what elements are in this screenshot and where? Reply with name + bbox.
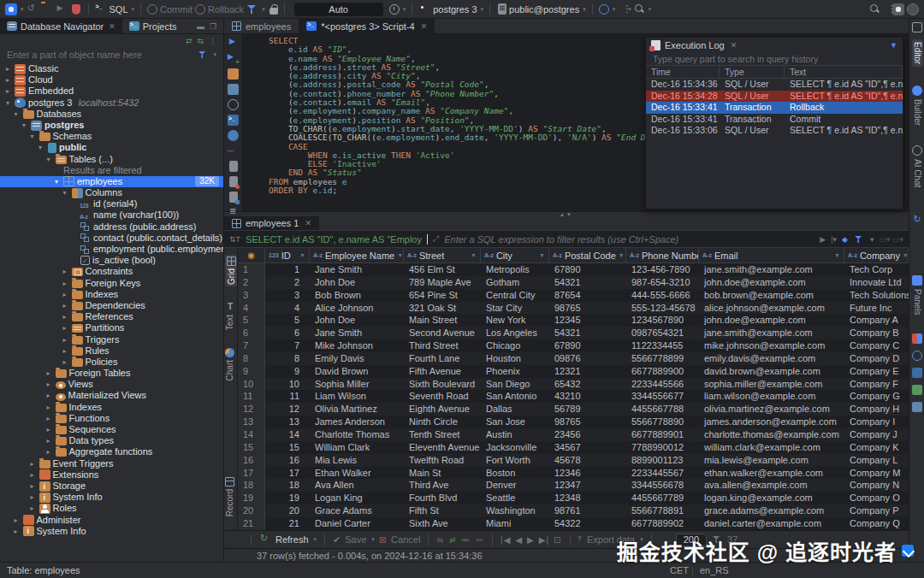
sort-filter-icon[interactable]: ▼: [834, 252, 840, 258]
structure-icon[interactable]: [228, 207, 239, 218]
table-cell[interactable]: Jacksonville: [481, 441, 549, 454]
table-cell[interactable]: Central City: [481, 289, 549, 302]
tree-item-roles[interactable]: ▸Roles: [0, 503, 223, 514]
table-cell[interactable]: Ninth Circle: [404, 416, 481, 428]
dock-tab-ai-chat[interactable]: AI Chat: [910, 145, 924, 187]
view-tab-text[interactable]: Text: [225, 303, 234, 330]
row-number[interactable]: 21: [238, 517, 265, 530]
row-selector-header[interactable]: ◉: [238, 248, 265, 262]
table-cell[interactable]: Company A: [844, 314, 909, 327]
table-cell[interactable]: 43210: [549, 390, 626, 403]
table-cell[interactable]: Company C: [844, 339, 909, 352]
tree-item-dependencies[interactable]: ▸Dependencies: [0, 300, 223, 311]
table-cell[interactable]: 13: [265, 416, 310, 428]
table-cell[interactable]: 12348: [549, 492, 626, 504]
table-cell[interactable]: 65432: [549, 378, 626, 391]
table-cell[interactable]: 1234567890: [626, 314, 699, 327]
filter-icon[interactable]: [246, 3, 258, 15]
table-row[interactable]: 1616Mia LewisTwelfth RoadFort Worth45678…: [238, 454, 909, 467]
expand-icon[interactable]: ⤢: [433, 234, 439, 244]
table-cell[interactable]: Bob Brown: [310, 289, 404, 302]
table-cell[interactable]: Sixth Ave: [404, 517, 481, 530]
log-search-input[interactable]: Type query part to search in query histo…: [646, 52, 903, 66]
tree-item-triggers[interactable]: ▸Triggers: [0, 334, 223, 345]
tab-script-4[interactable]: *<postgres 3> Script-4 ✕: [299, 19, 435, 34]
chevron-right-icon[interactable]: ▸: [28, 481, 37, 492]
table-cell[interactable]: Eleventh Avenue: [404, 441, 481, 454]
tree-item-event-triggers[interactable]: ▸Event Triggers: [0, 458, 223, 469]
duplicate-row-icon[interactable]: ≓: [449, 535, 457, 545]
table-cell[interactable]: olivia.martinez@example.com: [699, 403, 844, 416]
table-row[interactable]: 88Emily DavisFourth LaneHouston098765566…: [238, 352, 909, 365]
row-number[interactable]: 12: [238, 403, 265, 416]
chevron-down-icon[interactable]: ▾: [649, 6, 652, 13]
chevron-down-icon[interactable]: ▾: [132, 6, 135, 13]
dock-tab-panels[interactable]: Panels: [910, 275, 924, 316]
chevron-right-icon[interactable]: ▸: [44, 413, 53, 424]
table-cell[interactable]: 54321: [549, 327, 626, 339]
column-header-postal-code[interactable]: A-zPostal Code▼: [549, 248, 626, 262]
table-cell[interactable]: 11: [265, 390, 310, 403]
sort-filter-icon[interactable]: ▼: [539, 252, 545, 258]
table-cell[interactable]: 654 Pine St: [404, 289, 481, 302]
commit-button[interactable]: Commit: [160, 4, 192, 15]
row-number[interactable]: 5: [238, 314, 265, 327]
table-cell[interactable]: 12346: [549, 467, 626, 480]
cancel-button[interactable]: Cancel: [391, 534, 420, 545]
row-number[interactable]: 20: [238, 504, 265, 517]
table-cell[interactable]: Seattle: [481, 492, 549, 504]
prev-page-icon[interactable]: ◀: [515, 535, 523, 545]
tree-item-contact-public-contact-details-[interactable]: contact (public.contact_details): [0, 233, 223, 244]
table-row[interactable]: 1919Logan KingFourth BlvdSeattle12348445…: [238, 492, 909, 504]
table-cell[interactable]: Metropolis: [481, 263, 549, 276]
tree-item-public[interactable]: ▾public: [0, 142, 223, 153]
tree-item-foreign-keys[interactable]: ▸Foreign Keys: [0, 278, 223, 289]
chevron-down-icon[interactable]: ▾: [870, 235, 874, 244]
table-cell[interactable]: 8: [265, 352, 310, 365]
table-cell[interactable]: Third Street: [404, 339, 481, 352]
dock-layers-icon[interactable]: [910, 402, 924, 412]
table-cell[interactable]: 17: [265, 467, 310, 480]
table-cell[interactable]: San Jose: [481, 416, 549, 428]
chevron-down-icon[interactable]: ▾: [28, 131, 37, 142]
tree-item-materialized-views[interactable]: ▸Materialized Views: [0, 390, 223, 401]
table-cell[interactable]: 789 Maple Ave: [404, 276, 481, 289]
revert-icon[interactable]: ≕: [475, 535, 484, 545]
chevron-down-icon[interactable]: ▾: [36, 142, 44, 153]
table-cell[interactable]: 0987654321: [626, 327, 699, 339]
table-cell[interactable]: 87654: [549, 289, 626, 302]
chevron-down-icon[interactable]: ▾: [12, 109, 21, 120]
tree-item-embedded[interactable]: ▸Embedded: [0, 86, 223, 97]
chevron-down-icon[interactable]: ▾: [213, 51, 216, 58]
main-menu-icon[interactable]: [883, 3, 890, 15]
table-cell[interactable]: 5566778890: [626, 416, 699, 428]
tree-item-views[interactable]: ▸Views: [0, 379, 223, 390]
log-column-header[interactable]: Text: [785, 66, 903, 78]
table-row[interactable]: 44Alice Johnson321 Oak StStar City987655…: [238, 302, 909, 315]
table-cell[interactable]: 18: [265, 479, 310, 492]
table-cell[interactable]: 98765: [549, 302, 626, 315]
clear-filter-icon[interactable]: ◆: [842, 235, 848, 244]
go-to-row-icon[interactable]: ⊡: [554, 535, 561, 545]
chevron-right-icon[interactable]: ▸: [44, 402, 53, 413]
documentation-icon[interactable]: [228, 84, 239, 95]
session-icon[interactable]: [599, 4, 609, 15]
table-cell[interactable]: 2233445567: [626, 467, 699, 480]
table-cell[interactable]: Main St: [404, 467, 481, 480]
tree-item-indexes[interactable]: ▸Indexes: [0, 289, 223, 300]
table-cell[interactable]: Company F: [844, 378, 909, 391]
table-cell[interactable]: Company K: [844, 441, 909, 454]
dock-grid-icon[interactable]: [910, 333, 924, 344]
table-cell[interactable]: Company Q: [844, 517, 909, 530]
dock-refresh-icon[interactable]: ↻: [910, 214, 924, 225]
row-number[interactable]: 10: [238, 378, 265, 391]
table-row[interactable]: 55John DoeMain StreetNew York12345123456…: [238, 314, 909, 327]
table-cell[interactable]: Sophia Miller: [310, 378, 404, 391]
chevron-right-icon[interactable]: ▸: [3, 74, 12, 86]
table-cell[interactable]: 321 Oak St: [404, 302, 481, 315]
column-header-street[interactable]: A-zStreet▼: [404, 248, 481, 262]
shield-icon[interactable]: [72, 4, 80, 15]
table-cell[interactable]: 3: [265, 289, 310, 302]
chevron-right-icon[interactable]: ▸: [44, 390, 53, 401]
avatar[interactable]: [907, 3, 919, 15]
